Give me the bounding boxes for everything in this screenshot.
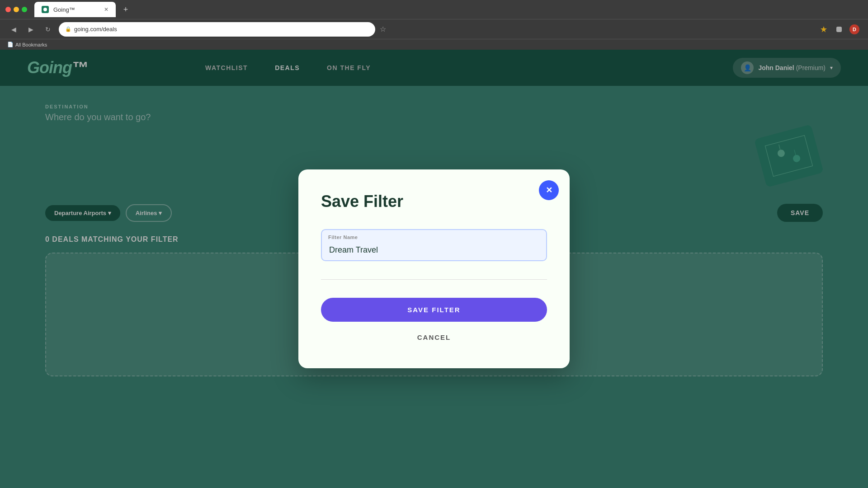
lock-icon: 🔒 — [65, 26, 71, 32]
tab-favicon — [42, 6, 49, 13]
address-bar[interactable]: 🔒 going.com/deals — [59, 22, 375, 37]
browser-tab[interactable]: Going™ ✕ — [34, 2, 116, 17]
refresh-button[interactable]: ↻ — [42, 23, 54, 36]
save-filter-dialog: Save Filter ✕ Filter Name SAVE FILTER CA… — [298, 169, 570, 368]
dialog-title: Save Filter — [321, 192, 547, 211]
address-text: going.com/deals — [74, 26, 117, 33]
filter-name-group: Filter Name — [321, 229, 547, 261]
window-close-btn[interactable] — [5, 7, 11, 12]
forward-button[interactable]: ▶ — [24, 23, 37, 36]
new-tab-button[interactable]: + — [119, 3, 132, 16]
filter-name-label: Filter Name — [328, 235, 358, 240]
filter-name-input[interactable] — [321, 229, 547, 261]
profile-icon[interactable]: D — [848, 23, 861, 36]
tab-close-button[interactable]: ✕ — [104, 6, 108, 13]
dialog-close-button[interactable]: ✕ — [539, 180, 559, 200]
modal-overlay[interactable]: Save Filter ✕ Filter Name SAVE FILTER CA… — [0, 50, 868, 488]
window-controls — [5, 7, 27, 12]
bookmarks-bar: 📄 All Bookmarks — [0, 39, 868, 50]
tab-title: Going™ — [53, 6, 75, 13]
browser-title-bar: Going™ ✕ + — [0, 0, 868, 19]
toolbar-icons: D — [817, 23, 861, 36]
profile-dot: D — [849, 24, 859, 34]
extension-icon-1[interactable] — [817, 23, 830, 36]
browser-chrome: Going™ ✕ + ◀ ▶ ↻ 🔒 going.com/deals ☆ D 📄 — [0, 0, 868, 50]
window-minimize-btn[interactable] — [14, 7, 19, 12]
cancel-button[interactable]: CANCEL — [321, 329, 547, 346]
bookmark-star-icon[interactable]: ☆ — [380, 25, 386, 33]
back-button[interactable]: ◀ — [7, 23, 20, 36]
svg-point-0 — [43, 8, 47, 11]
close-x-icon: ✕ — [546, 185, 552, 195]
extension-icon-2[interactable] — [833, 23, 845, 36]
window-maximize-btn[interactable] — [22, 7, 27, 12]
svg-rect-1 — [836, 27, 842, 32]
dialog-divider — [321, 279, 547, 280]
browser-toolbar: ◀ ▶ ↻ 🔒 going.com/deals ☆ D — [0, 19, 868, 39]
bookmarks-label: All Bookmarks — [15, 42, 47, 47]
website: Going™ WATCHLIST DEALS ON THE FLY 👤 John… — [0, 50, 868, 488]
save-filter-button[interactable]: SAVE FILTER — [321, 298, 547, 322]
